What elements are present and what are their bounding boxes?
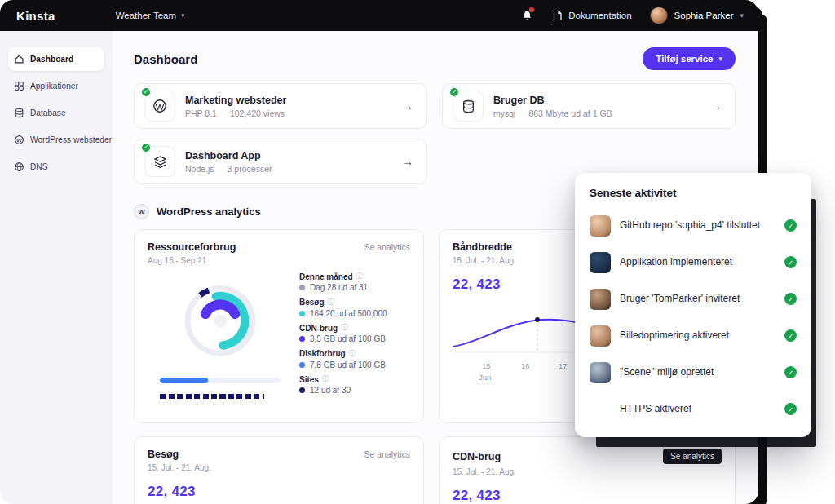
sidebar-item-label: Applikationer xyxy=(30,82,78,91)
status-ok-badge: ✓ xyxy=(140,142,152,153)
activity-text: Billedoptimering aktiveret xyxy=(620,329,775,342)
add-service-button[interactable]: Tilføj service ▾ xyxy=(643,47,736,70)
check-icon: ✓ xyxy=(784,219,797,232)
service-title: Dashboard App xyxy=(185,150,272,161)
service-meta-runtime: mysql xyxy=(493,108,515,118)
avatar xyxy=(590,362,611,383)
sidebar-item-label: WordPress websteder xyxy=(30,135,112,144)
team-selector[interactable]: Weather Team ▾ xyxy=(116,11,185,20)
donut-chart xyxy=(165,270,276,376)
visits-card: Besøg Se analytics 15. Jul. - 21. Aug. 2… xyxy=(134,436,424,504)
activity-text: GitHub repo 'sophia_p4' tilsluttet xyxy=(620,219,775,232)
legend-label: Denne måned xyxy=(299,272,353,281)
service-card-text: Dashboard App Node.js 3 processer xyxy=(185,150,272,174)
sidebar-item-database[interactable]: Database xyxy=(8,101,104,125)
service-cards: ✓ Marketing websteder PHP 8.1 102,420 vi… xyxy=(134,83,736,184)
arrow-right-icon[interactable]: → xyxy=(402,99,413,113)
sidebar-item-label: Dashboard xyxy=(30,55,73,64)
see-analytics-link[interactable]: Se analytics xyxy=(364,242,410,252)
service-title: Bruger DB xyxy=(493,95,612,106)
wordpress-icon: W xyxy=(134,204,149,219)
user-menu[interactable]: Sophia Parker ▾ xyxy=(650,7,744,24)
sidebar-item-dashboard[interactable]: Dashboard xyxy=(8,47,104,71)
service-meta: mysql 863 Mbyte ud af 1 GB xyxy=(493,108,612,118)
see-analytics-link[interactable]: Se analytics xyxy=(364,449,410,459)
visits-value: 22, 423 xyxy=(148,484,410,500)
sidebar-item-dns[interactable]: DNS xyxy=(8,155,104,179)
service-card-dashboard-app[interactable]: ✓ Dashboard App Node.js 3 proces xyxy=(134,139,427,184)
legend-dot xyxy=(299,285,305,290)
sidebar-item-label: DNS xyxy=(30,162,48,171)
legend-label: CDN-brug xyxy=(299,324,338,333)
chevron-down-icon: ▾ xyxy=(740,11,744,20)
activity-text: Bruger 'TomParker' inviteret xyxy=(620,293,775,305)
legend-dot xyxy=(299,311,305,316)
card-title: Besøg xyxy=(148,449,179,460)
arrow-right-icon[interactable]: → xyxy=(402,155,413,168)
card-title: Ressourceforbrug xyxy=(148,241,236,253)
sidebar: Dashboard Applikationer xyxy=(0,31,113,504)
activity-text: HTTPS aktiveret xyxy=(620,403,775,415)
info-icon[interactable]: ⓘ xyxy=(349,349,356,359)
legend-label: Diskforbrug xyxy=(299,349,346,358)
legend-dot xyxy=(299,362,305,368)
sidebar-item-wordpress-websteder[interactable]: WordPress websteder xyxy=(8,128,104,152)
avatar xyxy=(590,399,611,420)
activity-text: "Scene" miljø oprettet xyxy=(620,366,775,378)
resource-legend: Denne månedⓘ Dag 28 ud af 31 Besøgⓘ 164,… xyxy=(299,270,410,399)
service-card-bruger-db[interactable]: ✓ Bruger DB mysql 863 Mbyte ud a xyxy=(442,83,736,129)
legend-dot xyxy=(299,336,305,342)
disk-progress-fill xyxy=(160,378,208,383)
disk-progress-bar xyxy=(160,378,281,383)
recent-activity-panel: Seneste aktivitet GitHub repo 'sophia_p4… xyxy=(575,173,811,437)
arrow-right-icon[interactable]: → xyxy=(710,99,722,113)
date-range: Aug 15 - Sep 21 xyxy=(148,256,410,265)
database-icon xyxy=(462,99,475,113)
activity-item: Applikation implementeret ✓ xyxy=(590,244,797,281)
top-bar: Kinsta Weather Team ▾ xyxy=(0,0,758,31)
legend-value: 164,20 ud af 500,000 xyxy=(310,309,387,318)
resource-donut-chart xyxy=(148,270,293,399)
documentation-label: Dokumentation xyxy=(568,11,631,20)
resource-progress-bars xyxy=(160,378,281,399)
check-icon: ✓ xyxy=(784,366,797,378)
x-axis-month: Jun xyxy=(479,373,491,382)
avatar xyxy=(590,215,611,237)
stack-icon xyxy=(153,155,167,169)
user-name: Sophia Parker xyxy=(674,11,734,20)
database-icon xyxy=(14,108,24,118)
see-analytics-link[interactable]: Se analytics xyxy=(663,449,722,464)
legend-row-besoeg: Besøgⓘ 164,20 ud af 500,000 xyxy=(299,298,410,318)
sites-dashed-bar xyxy=(160,394,264,399)
date-range: 15. Jul. - 21. Aug. xyxy=(453,467,722,476)
activity-item: Billedoptimering aktiveret ✓ xyxy=(590,317,797,354)
apps-icon xyxy=(14,81,24,91)
info-icon[interactable]: ⓘ xyxy=(322,374,329,384)
sidebar-item-applikationer[interactable]: Applikationer xyxy=(8,74,104,98)
service-meta-usage: 102,420 views xyxy=(230,108,285,118)
legend-row-sites: Sitesⓘ 12 ud af 30 xyxy=(299,374,410,395)
service-card-marketing-websteder[interactable]: ✓ Marketing websteder PHP 8.1 102,420 vi… xyxy=(134,83,427,129)
avatar xyxy=(590,289,611,310)
info-icon[interactable]: ⓘ xyxy=(341,323,348,333)
activity-item: "Scene" miljø oprettet ✓ xyxy=(590,354,797,391)
notification-dot xyxy=(529,7,534,12)
page-title: Dashboard xyxy=(134,52,197,66)
service-meta-usage: 3 processer xyxy=(228,164,272,174)
service-icon-box: ✓ xyxy=(453,91,484,122)
page-header: Dashboard Tilføj service ▾ xyxy=(134,47,736,70)
service-meta-runtime: PHP 8.1 xyxy=(185,108,217,118)
legend-label: Sites xyxy=(299,375,319,384)
notifications-button[interactable] xyxy=(519,8,534,23)
date-range: 15. Jul. - 21. Aug. xyxy=(148,463,410,472)
service-title: Marketing websteder xyxy=(185,95,286,106)
info-icon[interactable]: ⓘ xyxy=(328,298,335,307)
documentation-link[interactable]: Dokumentation xyxy=(552,10,631,21)
service-card-text: Bruger DB mysql 863 Mbyte ud af 1 GB xyxy=(493,95,612,118)
section-title: WordPress analytics xyxy=(157,206,261,218)
info-icon[interactable]: ⓘ xyxy=(356,272,364,281)
service-meta: Node.js 3 processer xyxy=(185,164,272,174)
activity-item: Bruger 'TomParker' inviteret ✓ xyxy=(590,281,797,317)
legend-row-diskforbrug: Diskforbrugⓘ 7.8 GB ud af 100 GB xyxy=(299,349,410,369)
chevron-down-icon: ▾ xyxy=(181,11,185,20)
